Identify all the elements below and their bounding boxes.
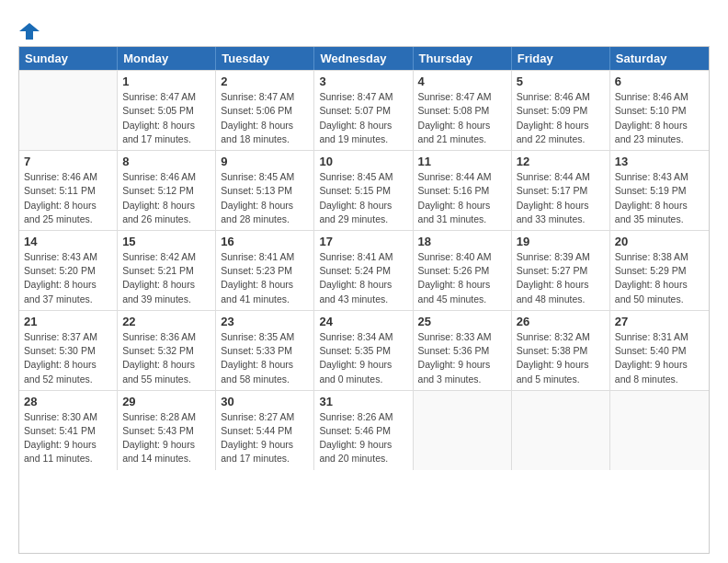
cal-day-12: 12Sunrise: 8:44 AMSunset: 5:17 PMDayligh… [512, 151, 610, 230]
day-info: Sunrise: 8:45 AMSunset: 5:13 PMDaylight:… [221, 170, 309, 226]
day-info: Sunrise: 8:46 AMSunset: 5:10 PMDaylight:… [615, 90, 704, 146]
cal-day-30: 30Sunrise: 8:27 AMSunset: 5:44 PMDayligh… [216, 391, 314, 470]
day-number: 13 [615, 155, 704, 168]
day-number: 2 [221, 75, 309, 88]
day-number: 10 [319, 155, 407, 168]
cal-week-5: 28Sunrise: 8:30 AMSunset: 5:41 PMDayligh… [19, 390, 709, 470]
page: SundayMondayTuesdayWednesdayThursdayFrid… [0, 0, 728, 563]
day-info: Sunrise: 8:40 AMSunset: 5:26 PMDaylight:… [418, 250, 506, 306]
day-info: Sunrise: 8:47 AMSunset: 5:08 PMDaylight:… [418, 90, 506, 146]
cal-day-3: 3Sunrise: 8:47 AMSunset: 5:07 PMDaylight… [314, 71, 413, 150]
cal-day-15: 15Sunrise: 8:42 AMSunset: 5:21 PMDayligh… [118, 231, 216, 310]
cal-day-23: 23Sunrise: 8:35 AMSunset: 5:33 PMDayligh… [216, 311, 314, 390]
day-number: 1 [122, 75, 210, 88]
day-number: 14 [24, 235, 112, 248]
cal-week-3: 14Sunrise: 8:43 AMSunset: 5:20 PMDayligh… [19, 230, 709, 310]
cal-header-friday: Friday [512, 47, 610, 70]
day-number: 16 [221, 235, 309, 248]
cal-day-25: 25Sunrise: 8:33 AMSunset: 5:36 PMDayligh… [414, 311, 512, 390]
cal-day-4: 4Sunrise: 8:47 AMSunset: 5:08 PMDaylight… [414, 71, 512, 150]
cal-day-6: 6Sunrise: 8:46 AMSunset: 5:10 PMDaylight… [610, 71, 709, 150]
cal-week-1: 1Sunrise: 8:47 AMSunset: 5:05 PMDaylight… [19, 70, 709, 150]
day-number: 22 [122, 315, 210, 328]
day-number: 4 [418, 75, 506, 88]
day-info: Sunrise: 8:41 AMSunset: 5:23 PMDaylight:… [221, 250, 309, 306]
cal-day-2: 2Sunrise: 8:47 AMSunset: 5:06 PMDaylight… [216, 71, 314, 150]
cal-day-empty [414, 391, 512, 470]
day-info: Sunrise: 8:39 AMSunset: 5:27 PMDaylight:… [517, 250, 605, 306]
day-info: Sunrise: 8:43 AMSunset: 5:19 PMDaylight:… [615, 170, 704, 226]
day-info: Sunrise: 8:47 AMSunset: 5:07 PMDaylight:… [319, 90, 407, 146]
cal-day-26: 26Sunrise: 8:32 AMSunset: 5:38 PMDayligh… [512, 311, 610, 390]
day-number: 3 [319, 75, 407, 88]
cal-day-22: 22Sunrise: 8:36 AMSunset: 5:32 PMDayligh… [118, 311, 216, 390]
cal-day-empty [610, 391, 709, 470]
cal-day-24: 24Sunrise: 8:34 AMSunset: 5:35 PMDayligh… [314, 311, 413, 390]
day-number: 11 [418, 155, 506, 168]
calendar: SundayMondayTuesdayWednesdayThursdayFrid… [18, 46, 710, 554]
day-info: Sunrise: 8:36 AMSunset: 5:32 PMDaylight:… [122, 330, 210, 386]
logo-icon [19, 21, 40, 41]
header [18, 15, 710, 39]
cal-day-11: 11Sunrise: 8:44 AMSunset: 5:16 PMDayligh… [414, 151, 512, 230]
cal-header-thursday: Thursday [414, 47, 512, 70]
day-info: Sunrise: 8:42 AMSunset: 5:21 PMDaylight:… [122, 250, 210, 306]
day-number: 29 [122, 395, 210, 408]
day-number: 23 [221, 315, 309, 328]
day-info: Sunrise: 8:30 AMSunset: 5:41 PMDaylight:… [24, 410, 112, 466]
day-info: Sunrise: 8:37 AMSunset: 5:30 PMDaylight:… [24, 330, 112, 386]
logo-text [18, 18, 40, 39]
cal-day-16: 16Sunrise: 8:41 AMSunset: 5:23 PMDayligh… [216, 231, 314, 310]
day-number: 19 [517, 235, 605, 248]
day-number: 20 [615, 235, 704, 248]
day-info: Sunrise: 8:26 AMSunset: 5:46 PMDaylight:… [319, 410, 407, 466]
cal-day-5: 5Sunrise: 8:46 AMSunset: 5:09 PMDaylight… [512, 71, 610, 150]
day-info: Sunrise: 8:46 AMSunset: 5:09 PMDaylight:… [517, 90, 605, 146]
day-info: Sunrise: 8:44 AMSunset: 5:16 PMDaylight:… [418, 170, 506, 226]
cal-day-20: 20Sunrise: 8:38 AMSunset: 5:29 PMDayligh… [610, 231, 709, 310]
day-number: 27 [615, 315, 704, 328]
cal-header-wednesday: Wednesday [314, 47, 413, 70]
cal-day-7: 7Sunrise: 8:46 AMSunset: 5:11 PMDaylight… [19, 151, 118, 230]
cal-day-1: 1Sunrise: 8:47 AMSunset: 5:05 PMDaylight… [118, 71, 216, 150]
cal-day-17: 17Sunrise: 8:41 AMSunset: 5:24 PMDayligh… [314, 231, 413, 310]
day-number: 26 [517, 315, 605, 328]
cal-day-18: 18Sunrise: 8:40 AMSunset: 5:26 PMDayligh… [414, 231, 512, 310]
day-number: 9 [221, 155, 309, 168]
day-info: Sunrise: 8:46 AMSunset: 5:11 PMDaylight:… [24, 170, 112, 226]
logo [18, 18, 40, 39]
day-number: 31 [319, 395, 407, 408]
day-info: Sunrise: 8:41 AMSunset: 5:24 PMDaylight:… [319, 250, 407, 306]
cal-day-28: 28Sunrise: 8:30 AMSunset: 5:41 PMDayligh… [19, 391, 118, 470]
day-number: 24 [319, 315, 407, 328]
cal-day-13: 13Sunrise: 8:43 AMSunset: 5:19 PMDayligh… [610, 151, 709, 230]
day-number: 5 [517, 75, 605, 88]
cal-day-31: 31Sunrise: 8:26 AMSunset: 5:46 PMDayligh… [314, 391, 413, 470]
day-info: Sunrise: 8:47 AMSunset: 5:05 PMDaylight:… [122, 90, 210, 146]
cal-day-19: 19Sunrise: 8:39 AMSunset: 5:27 PMDayligh… [512, 231, 610, 310]
day-info: Sunrise: 8:28 AMSunset: 5:43 PMDaylight:… [122, 410, 210, 466]
day-number: 30 [221, 395, 309, 408]
calendar-body: 1Sunrise: 8:47 AMSunset: 5:05 PMDaylight… [19, 70, 709, 469]
day-info: Sunrise: 8:44 AMSunset: 5:17 PMDaylight:… [517, 170, 605, 226]
day-info: Sunrise: 8:35 AMSunset: 5:33 PMDaylight:… [221, 330, 309, 386]
day-number: 17 [319, 235, 407, 248]
cal-day-10: 10Sunrise: 8:45 AMSunset: 5:15 PMDayligh… [314, 151, 413, 230]
cal-week-4: 21Sunrise: 8:37 AMSunset: 5:30 PMDayligh… [19, 310, 709, 390]
day-number: 25 [418, 315, 506, 328]
day-info: Sunrise: 8:33 AMSunset: 5:36 PMDaylight:… [418, 330, 506, 386]
cal-header-tuesday: Tuesday [216, 47, 314, 70]
cal-header-monday: Monday [118, 47, 216, 70]
cal-day-29: 29Sunrise: 8:28 AMSunset: 5:43 PMDayligh… [118, 391, 216, 470]
day-info: Sunrise: 8:27 AMSunset: 5:44 PMDaylight:… [221, 410, 309, 466]
day-number: 6 [615, 75, 704, 88]
cal-day-empty [512, 391, 610, 470]
day-number: 18 [418, 235, 506, 248]
day-number: 8 [122, 155, 210, 168]
cal-day-27: 27Sunrise: 8:31 AMSunset: 5:40 PMDayligh… [610, 311, 709, 390]
day-info: Sunrise: 8:43 AMSunset: 5:20 PMDaylight:… [24, 250, 112, 306]
day-info: Sunrise: 8:31 AMSunset: 5:40 PMDaylight:… [615, 330, 704, 386]
svg-marker-0 [19, 23, 40, 40]
cal-week-2: 7Sunrise: 8:46 AMSunset: 5:11 PMDaylight… [19, 150, 709, 230]
cal-day-empty [19, 71, 118, 150]
